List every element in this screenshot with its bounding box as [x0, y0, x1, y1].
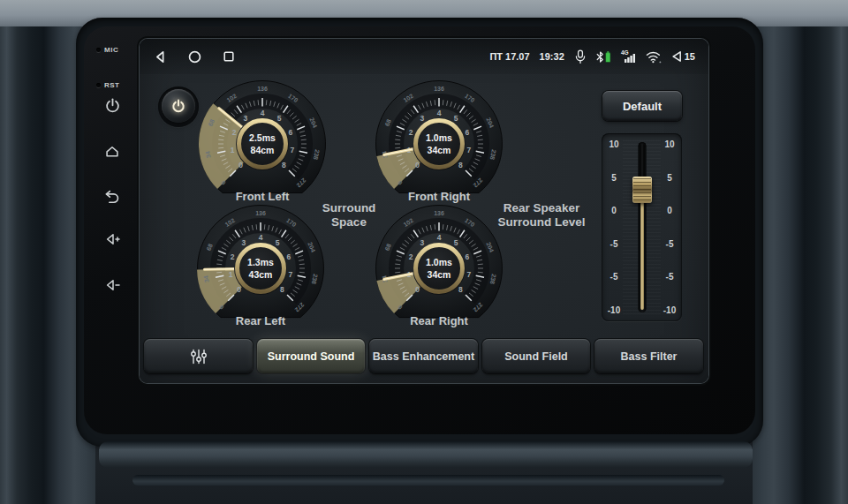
svg-text:2.5ms: 2.5ms [249, 132, 276, 143]
svg-text:8: 8 [280, 285, 284, 294]
bezel-home-button[interactable] [99, 138, 125, 164]
svg-text:3: 3 [420, 114, 424, 123]
rst-hole [96, 83, 101, 87]
rear-speaker-level-caption: Rear Speaker Surround Level [476, 201, 607, 229]
rst-label: RST [96, 81, 120, 89]
volume-indicator: 15 [671, 50, 695, 63]
svg-text:1.3ms: 1.3ms [247, 257, 274, 267]
power-icon [170, 98, 186, 114]
mic-hole [96, 48, 101, 52]
svg-text:6: 6 [466, 252, 470, 261]
svg-text:4: 4 [259, 233, 263, 242]
slider-rod-gold [640, 190, 644, 310]
recents-square-icon[interactable] [222, 49, 236, 64]
svg-text:136: 136 [255, 210, 266, 216]
status-time: 19:32 [540, 51, 564, 62]
svg-text:6: 6 [287, 252, 292, 261]
dash-lower-trim [99, 441, 753, 468]
tab-surround-sound[interactable]: Surround Sound [257, 339, 365, 373]
svg-text:0: 0 [415, 285, 420, 294]
wifi-icon [646, 50, 662, 64]
svg-text:3: 3 [241, 238, 246, 247]
tab-bass-enhancement[interactable]: Bass Enhancement [369, 339, 478, 373]
home-icon [103, 143, 121, 160]
volume-icon [671, 50, 682, 63]
svg-text:0: 0 [415, 161, 420, 169]
svg-text:2: 2 [232, 128, 237, 137]
knob-front-right[interactable]: 034681021361702042382720123456781.0ms34c… [373, 78, 505, 210]
svg-text:6: 6 [466, 128, 470, 137]
svg-text:1.0ms: 1.0ms [426, 257, 452, 267]
svg-text:0: 0 [238, 161, 243, 169]
dash-lower-groove [132, 475, 724, 485]
svg-text:84cm: 84cm [251, 145, 275, 155]
surround-space-caption: Surround Space [299, 201, 398, 229]
svg-text:4: 4 [261, 109, 265, 117]
knob-label: Rear Left [186, 314, 336, 327]
bluetooth-battery-icon [596, 50, 611, 64]
tab-bass-filter[interactable]: Bass Filter [594, 339, 703, 373]
bezel-volume-up-button[interactable] [99, 226, 125, 252]
svg-text:8: 8 [458, 161, 463, 169]
slider-handle[interactable] [632, 177, 652, 203]
return-icon [103, 189, 121, 205]
svg-text:3: 3 [243, 114, 247, 123]
svg-text:8: 8 [282, 161, 286, 169]
screen-power-button[interactable] [162, 89, 195, 123]
bezel-back-button[interactable] [99, 184, 125, 210]
microphone-icon [574, 49, 587, 64]
svg-text:7: 7 [290, 146, 294, 154]
slider-rod-upper [640, 144, 644, 181]
svg-text:136: 136 [257, 86, 268, 92]
slider-scale-right: 1050-5-5-10 [661, 139, 678, 315]
power-icon [104, 97, 121, 114]
slider-scale-left: 1050-5-5-10 [605, 139, 623, 315]
svg-text:4: 4 [437, 233, 442, 242]
back-icon[interactable] [153, 49, 168, 64]
svg-text:0: 0 [237, 285, 241, 294]
svg-text:4: 4 [437, 109, 442, 117]
signal-4g-icon: 4G [621, 49, 636, 64]
status-icons: ПТ 17.07 19:32 4G [489, 49, 695, 64]
home-circle-icon[interactable] [187, 49, 202, 64]
svg-text:4G: 4G [621, 49, 629, 56]
svg-text:2: 2 [409, 252, 413, 261]
svg-text:7: 7 [288, 270, 292, 279]
svg-text:7: 7 [466, 270, 471, 279]
surround-level-slider[interactable] [632, 142, 652, 312]
svg-text:3: 3 [420, 238, 424, 247]
svg-text:43cm: 43cm [249, 269, 273, 280]
status-bar: ПТ 17.07 19:32 4G [140, 39, 708, 74]
tab-equalizer[interactable] [144, 339, 253, 373]
svg-text:5: 5 [454, 238, 458, 247]
svg-text:5: 5 [454, 114, 458, 123]
svg-text:34cm: 34cm [428, 269, 451, 280]
touch-screen: ПТ 17.07 19:32 4G [140, 39, 708, 383]
svg-text:8: 8 [458, 285, 463, 294]
bezel-power-button[interactable] [99, 92, 125, 118]
surround-level-slider-panel: 1050-5-5-10 1050-5-5-10 [602, 133, 682, 321]
tab-sound-field[interactable]: Sound Field [482, 339, 590, 373]
svg-text:136: 136 [434, 86, 444, 92]
svg-text:136: 136 [434, 210, 444, 216]
screen-power-well [158, 87, 199, 127]
car-dashboard: MIC RST [0, 0, 848, 504]
volume-up-icon [103, 231, 121, 247]
android-nav-buttons [153, 49, 236, 64]
knob-label: Rear Right [364, 314, 514, 327]
svg-text:1: 1 [231, 146, 235, 154]
svg-text:34cm: 34cm [428, 145, 451, 155]
default-button[interactable]: Default [602, 91, 682, 121]
bezel-volume-down-button[interactable] [99, 272, 125, 298]
svg-text:7: 7 [466, 146, 471, 154]
svg-text:1: 1 [229, 270, 233, 279]
mic-label: MIC [96, 46, 118, 54]
svg-text:1.0ms: 1.0ms [426, 132, 452, 143]
svg-text:2: 2 [409, 128, 413, 137]
dash-right-pillar [753, 26, 848, 504]
knob-front-left[interactable]: 034681021361702042382720123456782.5ms84c… [196, 78, 329, 210]
svg-text:5: 5 [276, 238, 280, 247]
svg-text:6: 6 [289, 128, 293, 137]
head-unit: MIC RST [84, 26, 755, 434]
svg-text:5: 5 [277, 114, 282, 123]
